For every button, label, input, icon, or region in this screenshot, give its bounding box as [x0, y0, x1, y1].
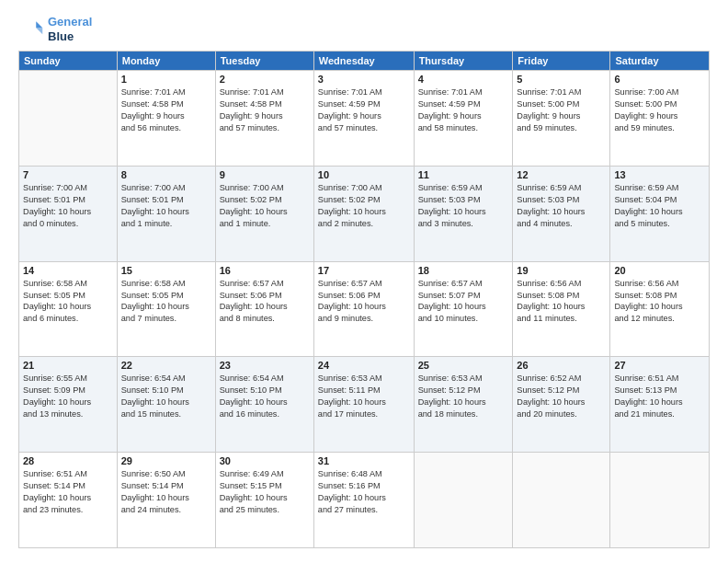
calendar-cell: 29Sunrise: 6:50 AMSunset: 5:14 PMDayligh…	[117, 453, 215, 548]
page: General Blue SundayMondayTuesdayWednesda…	[0, 0, 728, 563]
day-number: 2	[220, 74, 310, 85]
calendar-cell: 27Sunrise: 6:51 AMSunset: 5:13 PMDayligh…	[610, 357, 710, 453]
day-number: 8	[121, 169, 211, 180]
day-number: 30	[220, 455, 310, 466]
day-info: Sunrise: 7:00 AMSunset: 5:00 PMDaylight:…	[614, 86, 705, 134]
day-number: 26	[517, 360, 606, 371]
calendar-cell: 7Sunrise: 7:00 AMSunset: 5:01 PMDaylight…	[19, 166, 118, 261]
calendar-table: SundayMondayTuesdayWednesdayThursdayFrid…	[18, 51, 710, 548]
day-number: 10	[318, 169, 410, 180]
logo-icon	[18, 17, 44, 42]
day-number: 4	[418, 74, 509, 85]
calendar-cell: 25Sunrise: 6:53 AMSunset: 5:12 PMDayligh…	[414, 357, 513, 453]
day-number: 1	[121, 74, 211, 85]
calendar-cell: 28Sunrise: 6:51 AMSunset: 5:14 PMDayligh…	[19, 453, 118, 548]
day-info: Sunrise: 6:51 AMSunset: 5:13 PMDaylight:…	[614, 373, 705, 420]
calendar-cell: 19Sunrise: 6:56 AMSunset: 5:08 PMDayligh…	[513, 261, 610, 357]
logo: General Blue	[18, 15, 92, 43]
calendar-cell: 12Sunrise: 6:59 AMSunset: 5:03 PMDayligh…	[513, 166, 610, 261]
day-number: 25	[418, 360, 509, 371]
calendar-cell: 14Sunrise: 6:58 AMSunset: 5:05 PMDayligh…	[19, 261, 118, 357]
day-info: Sunrise: 6:57 AMSunset: 5:07 PMDaylight:…	[418, 278, 509, 326]
calendar-cell: 6Sunrise: 7:00 AMSunset: 5:00 PMDaylight…	[610, 71, 710, 167]
day-info: Sunrise: 6:57 AMSunset: 5:06 PMDaylight:…	[220, 278, 310, 326]
calendar-cell: 8Sunrise: 7:00 AMSunset: 5:01 PMDaylight…	[117, 166, 215, 261]
calendar-cell: 2Sunrise: 7:01 AMSunset: 4:58 PMDaylight…	[215, 71, 313, 167]
day-info: Sunrise: 7:00 AMSunset: 5:01 PMDaylight:…	[121, 182, 211, 230]
calendar-week-row: 1Sunrise: 7:01 AMSunset: 4:58 PMDaylight…	[19, 71, 710, 167]
day-number: 13	[614, 169, 705, 180]
calendar-cell: 13Sunrise: 6:59 AMSunset: 5:04 PMDayligh…	[610, 166, 710, 261]
day-info: Sunrise: 7:00 AMSunset: 5:01 PMDaylight:…	[23, 182, 113, 230]
day-info: Sunrise: 7:01 AMSunset: 4:59 PMDaylight:…	[418, 86, 509, 134]
logo-text: General Blue	[48, 15, 92, 43]
svg-marker-1	[36, 28, 42, 34]
calendar-cell: 24Sunrise: 6:53 AMSunset: 5:11 PMDayligh…	[313, 357, 414, 453]
day-number: 7	[23, 169, 113, 180]
day-info: Sunrise: 6:59 AMSunset: 5:03 PMDaylight:…	[418, 182, 509, 230]
calendar-cell: 20Sunrise: 6:56 AMSunset: 5:08 PMDayligh…	[610, 261, 710, 357]
day-number: 3	[318, 74, 410, 85]
day-of-week-header: Friday	[513, 52, 610, 71]
day-info: Sunrise: 6:54 AMSunset: 5:10 PMDaylight:…	[121, 373, 211, 420]
svg-marker-0	[36, 21, 42, 28]
calendar-cell: 4Sunrise: 7:01 AMSunset: 4:59 PMDaylight…	[414, 71, 513, 167]
calendar-week-row: 21Sunrise: 6:55 AMSunset: 5:09 PMDayligh…	[19, 357, 710, 453]
day-info: Sunrise: 6:53 AMSunset: 5:11 PMDaylight:…	[318, 373, 410, 420]
day-number: 23	[220, 360, 310, 371]
day-info: Sunrise: 6:50 AMSunset: 5:14 PMDaylight:…	[121, 468, 211, 516]
calendar-cell: 22Sunrise: 6:54 AMSunset: 5:10 PMDayligh…	[117, 357, 215, 453]
day-info: Sunrise: 7:01 AMSunset: 4:59 PMDaylight:…	[318, 86, 410, 134]
day-of-week-header: Thursday	[414, 52, 513, 71]
calendar-cell: 21Sunrise: 6:55 AMSunset: 5:09 PMDayligh…	[19, 357, 118, 453]
calendar-cell	[513, 453, 610, 548]
calendar-cell: 9Sunrise: 7:00 AMSunset: 5:02 PMDaylight…	[215, 166, 313, 261]
day-info: Sunrise: 6:52 AMSunset: 5:12 PMDaylight:…	[517, 373, 606, 420]
day-of-week-header: Wednesday	[313, 52, 414, 71]
day-info: Sunrise: 7:01 AMSunset: 4:58 PMDaylight:…	[121, 86, 211, 134]
day-number: 31	[318, 455, 410, 466]
day-number: 20	[614, 265, 705, 276]
calendar-cell: 1Sunrise: 7:01 AMSunset: 4:58 PMDaylight…	[117, 71, 215, 167]
day-info: Sunrise: 7:01 AMSunset: 4:58 PMDaylight:…	[220, 86, 310, 134]
calendar-cell: 18Sunrise: 6:57 AMSunset: 5:07 PMDayligh…	[414, 261, 513, 357]
calendar-cell: 10Sunrise: 7:00 AMSunset: 5:02 PMDayligh…	[313, 166, 414, 261]
day-number: 6	[614, 74, 705, 85]
day-info: Sunrise: 6:59 AMSunset: 5:04 PMDaylight:…	[614, 182, 705, 230]
calendar-week-row: 14Sunrise: 6:58 AMSunset: 5:05 PMDayligh…	[19, 261, 710, 357]
calendar-cell	[19, 71, 118, 167]
day-of-week-header: Tuesday	[215, 52, 313, 71]
day-number: 21	[23, 360, 113, 371]
day-info: Sunrise: 7:00 AMSunset: 5:02 PMDaylight:…	[318, 182, 410, 230]
day-of-week-header: Sunday	[19, 52, 118, 71]
day-info: Sunrise: 6:58 AMSunset: 5:05 PMDaylight:…	[23, 278, 113, 326]
day-number: 27	[614, 360, 705, 371]
calendar-week-row: 28Sunrise: 6:51 AMSunset: 5:14 PMDayligh…	[19, 453, 710, 548]
calendar-cell: 15Sunrise: 6:58 AMSunset: 5:05 PMDayligh…	[117, 261, 215, 357]
day-number: 28	[23, 455, 113, 466]
calendar-cell	[414, 453, 513, 548]
day-number: 14	[23, 265, 113, 276]
calendar-week-row: 7Sunrise: 7:00 AMSunset: 5:01 PMDaylight…	[19, 166, 710, 261]
day-number: 15	[121, 265, 211, 276]
day-info: Sunrise: 6:54 AMSunset: 5:10 PMDaylight:…	[220, 373, 310, 420]
calendar-cell: 5Sunrise: 7:01 AMSunset: 5:00 PMDaylight…	[513, 71, 610, 167]
day-info: Sunrise: 6:56 AMSunset: 5:08 PMDaylight:…	[614, 278, 705, 326]
day-number: 11	[418, 169, 509, 180]
calendar-cell: 16Sunrise: 6:57 AMSunset: 5:06 PMDayligh…	[215, 261, 313, 357]
day-info: Sunrise: 6:57 AMSunset: 5:06 PMDaylight:…	[318, 278, 410, 326]
calendar-cell: 17Sunrise: 6:57 AMSunset: 5:06 PMDayligh…	[313, 261, 414, 357]
day-number: 17	[318, 265, 410, 276]
day-info: Sunrise: 6:51 AMSunset: 5:14 PMDaylight:…	[23, 468, 113, 516]
day-number: 29	[121, 455, 211, 466]
day-info: Sunrise: 6:59 AMSunset: 5:03 PMDaylight:…	[517, 182, 606, 230]
calendar-cell	[610, 453, 710, 548]
day-number: 5	[517, 74, 606, 85]
calendar-cell: 31Sunrise: 6:48 AMSunset: 5:16 PMDayligh…	[313, 453, 414, 548]
calendar-cell: 23Sunrise: 6:54 AMSunset: 5:10 PMDayligh…	[215, 357, 313, 453]
day-number: 22	[121, 360, 211, 371]
calendar-cell: 3Sunrise: 7:01 AMSunset: 4:59 PMDaylight…	[313, 71, 414, 167]
day-info: Sunrise: 6:56 AMSunset: 5:08 PMDaylight:…	[517, 278, 606, 326]
calendar-header-row: SundayMondayTuesdayWednesdayThursdayFrid…	[19, 52, 710, 71]
day-number: 9	[220, 169, 310, 180]
